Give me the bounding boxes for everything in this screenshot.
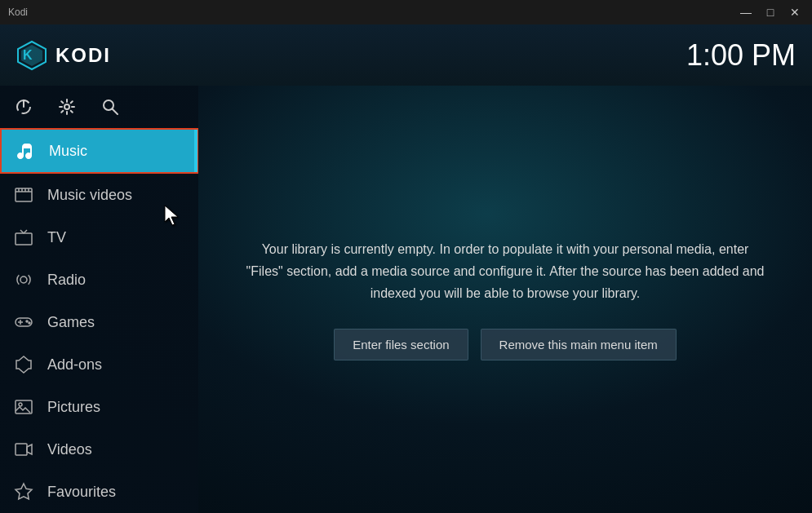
tv-icon (12, 226, 35, 249)
sidebar-item-music[interactable]: Music (0, 128, 198, 174)
kodi-logo-icon: K (16, 40, 47, 71)
sidebar-item-pictures[interactable]: Pictures (0, 386, 198, 428)
sidebar: Music Music videos (0, 86, 198, 513)
main-content: Your library is currently empty. In orde… (198, 86, 812, 513)
app-title: KODI (55, 44, 111, 67)
sidebar-item-videos-label: Videos (47, 441, 92, 458)
enter-files-button[interactable]: Enter files section (334, 329, 468, 360)
titlebar-title: Kodi (8, 7, 28, 18)
time-display: 1:00 PM (686, 38, 796, 73)
sidebar-item-radio-label: Radio (47, 272, 86, 289)
app-container: K KODI 1:00 PM (0, 24, 812, 513)
addons-icon (12, 353, 35, 376)
search-icon[interactable] (99, 95, 122, 118)
maximize-button[interactable]: □ (761, 3, 779, 21)
sidebar-item-music-videos[interactable]: Music videos (0, 174, 198, 216)
minimize-button[interactable]: — (737, 3, 755, 21)
empty-library-text: Your library is currently empty. In orde… (244, 238, 766, 305)
sidebar-item-pictures-label: Pictures (47, 399, 100, 416)
sidebar-item-tv[interactable]: TV (0, 216, 198, 259)
svg-point-22 (29, 322, 30, 324)
close-button[interactable]: ✕ (786, 3, 804, 21)
titlebar-controls: — □ ✕ (737, 3, 804, 21)
sidebar-item-favourites[interactable]: Favourites (0, 471, 198, 513)
games-icon (12, 311, 35, 334)
sidebar-item-music-videos-label: Music videos (47, 187, 132, 204)
header: K KODI 1:00 PM (0, 24, 812, 86)
svg-marker-27 (16, 484, 32, 499)
sidebar-item-games-label: Games (47, 314, 95, 331)
menu-items: Music Music videos (0, 128, 198, 513)
favourites-icon (12, 480, 35, 503)
sidebar-item-addons-label: Add-ons (47, 356, 102, 374)
sidebar-item-videos[interactable]: Videos (0, 428, 198, 471)
sidebar-item-favourites-label: Favourites (47, 484, 116, 501)
svg-rect-14 (16, 233, 32, 245)
svg-point-5 (64, 104, 69, 109)
sidebar-item-addons[interactable]: Add-ons (0, 343, 198, 386)
titlebar: Kodi — □ ✕ (0, 0, 812, 24)
svg-point-17 (20, 276, 27, 283)
nav-icons (0, 86, 198, 128)
videos-icon (12, 438, 35, 461)
sidebar-item-radio[interactable]: Radio (0, 259, 198, 301)
logo-area: K KODI (16, 40, 111, 71)
svg-line-7 (113, 109, 118, 115)
action-buttons: Enter files section Remove this main men… (244, 329, 766, 360)
svg-text:K: K (23, 48, 33, 62)
svg-point-24 (19, 403, 22, 406)
sidebar-item-tv-label: TV (47, 229, 66, 246)
content-area: Music Music videos (0, 86, 812, 513)
pictures-icon (12, 396, 35, 418)
svg-rect-25 (16, 444, 27, 455)
sidebar-item-games[interactable]: Games (0, 301, 198, 343)
svg-marker-26 (27, 444, 32, 454)
power-icon[interactable] (12, 95, 35, 118)
empty-library-panel: Your library is currently empty. In orde… (228, 222, 783, 378)
remove-menu-item-button[interactable]: Remove this main menu item (481, 329, 677, 360)
radio-icon (12, 268, 35, 291)
settings-icon[interactable] (55, 95, 78, 118)
svg-point-21 (26, 321, 28, 322)
music-icon (14, 139, 37, 162)
svg-rect-8 (16, 188, 32, 201)
music-videos-icon (12, 184, 35, 206)
sidebar-item-music-label: Music (49, 143, 87, 160)
